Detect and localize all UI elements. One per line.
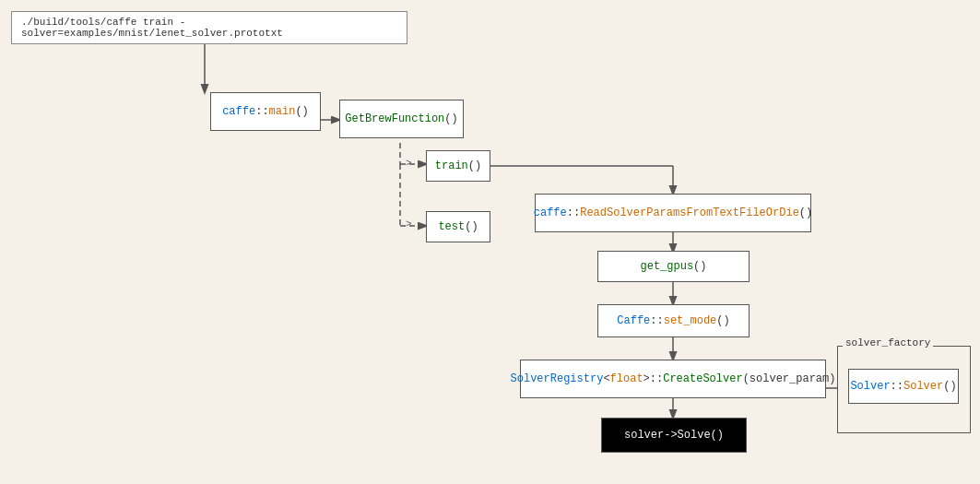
read-solver-label: caffe::ReadSolverParamsFromTextFileOrDie…: [534, 207, 812, 219]
solver-solver-box: Solver::Solver(): [848, 369, 959, 404]
train-box: train(): [426, 150, 490, 182]
solve-label: solver->Solve(): [624, 429, 724, 442]
set-mode-label: Caffe::set_mode(): [617, 314, 729, 327]
dashed-arrow-label-2: >: [406, 218, 412, 230]
solver-factory-label: solver_factory: [843, 337, 933, 348]
main-box: caffe::main(): [210, 92, 321, 131]
create-solver-label: SolverRegistry<float>::CreateSolver(solv…: [511, 372, 836, 385]
command-box: ./build/tools/caffe train -solver=exampl…: [11, 11, 407, 44]
diagram: ./build/tools/caffe train -solver=exampl…: [0, 0, 980, 484]
train-label: train(): [435, 159, 481, 172]
solve-box: solver->Solve(): [601, 418, 747, 453]
brew-label: GetBrewFunction(): [345, 112, 457, 125]
read-solver-box: caffe::ReadSolverParamsFromTextFileOrDie…: [535, 194, 811, 232]
get-gpus-box: get_gpus(): [597, 251, 750, 282]
dashed-arrow-label-1: >: [406, 158, 412, 169]
test-label: test(): [438, 220, 478, 233]
get-gpus-label: get_gpus(): [640, 260, 706, 273]
solver-solver-label: Solver::Solver(): [850, 380, 956, 393]
create-solver-box: SolverRegistry<float>::CreateSolver(solv…: [520, 360, 826, 398]
brew-box: GetBrewFunction(): [339, 100, 464, 138]
test-box: test(): [426, 211, 490, 242]
main-label: caffe::main(): [222, 105, 309, 118]
set-mode-box: Caffe::set_mode(): [597, 304, 750, 337]
command-text: ./build/tools/caffe train -solver=exampl…: [21, 17, 283, 39]
